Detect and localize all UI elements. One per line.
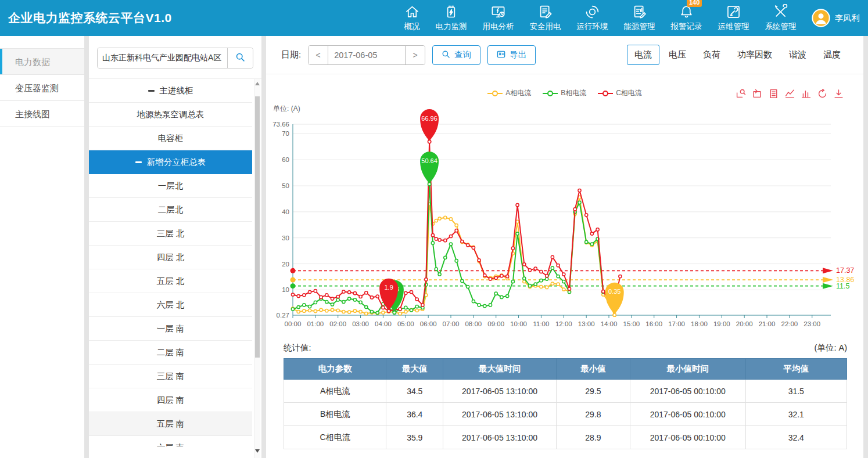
bar-type-icon[interactable] (801, 89, 811, 101)
tree-scrollbar-thumb[interactable] (255, 96, 260, 358)
legend-marker-icon (543, 90, 558, 97)
restore-icon[interactable] (817, 89, 827, 101)
tree-node-9[interactable]: 六层 北 (89, 293, 252, 317)
nav-item-usage-analysis[interactable]: 用电分析 (483, 4, 514, 32)
download-icon[interactable] (834, 89, 844, 101)
legend-marker-icon (598, 90, 613, 97)
tree-node-label: 六层 南 (157, 442, 185, 447)
tab-功率因数[interactable]: 功率因数 (730, 45, 780, 65)
stats-table: 电力参数最大值最大值时间最小值最小值时间平均值A相电流34.52017-06-0… (284, 358, 847, 449)
export-button[interactable]: 导出 (487, 45, 536, 65)
tree-node-14[interactable]: 五层 南 (89, 412, 252, 436)
sidebar-item-2[interactable]: 主接线图 (0, 101, 84, 127)
tree-node-15[interactable]: 六层 南 (89, 436, 252, 446)
line-type-icon[interactable] (785, 89, 795, 101)
svg-text:20:00: 20:00 (736, 320, 753, 327)
battery-bolt-icon (443, 4, 459, 20)
svg-text:73.66: 73.66 (272, 121, 289, 128)
nav-item-environment[interactable]: 运行环境 (577, 4, 608, 32)
data-view-icon[interactable] (769, 89, 779, 101)
collapse-minus-icon[interactable] (135, 161, 142, 163)
tree-node-0[interactable]: 主进线柜 (89, 79, 252, 103)
tree-node-6[interactable]: 三层 北 (89, 222, 252, 246)
app-title: 企业电力监控系统云平台V1.0 (8, 10, 172, 26)
monitor-bolt-icon (490, 4, 506, 20)
tree-node-label: 一层北 (158, 181, 184, 192)
svg-text:06:00: 06:00 (420, 320, 437, 327)
svg-text:1.9: 1.9 (385, 284, 393, 291)
svg-text:15:00: 15:00 (623, 320, 640, 327)
stats-cell: B相电流 (284, 403, 386, 426)
svg-text:单位: (A): 单位: (A) (273, 104, 300, 113)
legend-item-C相电流[interactable]: C相电流 (598, 88, 642, 98)
svg-text:50: 50 (282, 182, 289, 189)
next-day-button[interactable]: > (405, 46, 425, 64)
zoom-reset-icon[interactable] (752, 89, 762, 101)
tree-node-12[interactable]: 三层 南 (89, 365, 252, 388)
tree-node-label: 地源热泵空调总表 (137, 109, 205, 120)
nav-item-safe-power[interactable]: 安全用电 (530, 4, 561, 32)
area-zoom-icon[interactable] (736, 89, 746, 101)
date-input[interactable] (328, 46, 405, 64)
tab-温度[interactable]: 温度 (816, 45, 848, 65)
date-label: 日期: (281, 49, 301, 60)
search-button[interactable] (227, 48, 253, 68)
stats-cell: 34.5 (386, 380, 443, 403)
svg-text:0.35: 0.35 (608, 288, 620, 295)
svg-text:07:00: 07:00 (443, 320, 460, 327)
tab-电流[interactable]: 电流 (627, 45, 659, 65)
nav-item-label: 概况 (404, 21, 420, 32)
svg-text:02:00: 02:00 (329, 320, 346, 327)
stats-row-2: C相电流35.92017-06-05 13:10:0028.92017-06-0… (284, 426, 847, 449)
collapse-minus-icon[interactable] (148, 90, 155, 92)
legend-item-A相电流[interactable]: A相电流 (487, 88, 531, 98)
stats-cell: 29.8 (556, 403, 630, 426)
tree-scrollbar[interactable] (254, 79, 260, 458)
tab-谐波[interactable]: 谐波 (781, 45, 814, 65)
station-search-input[interactable] (98, 48, 227, 68)
tree-node-7[interactable]: 四层 北 (89, 246, 252, 269)
legend-item-B相电流[interactable]: B相电流 (543, 88, 586, 98)
prev-day-button[interactable]: < (309, 46, 328, 64)
sidebar-item-1[interactable]: 变压器监测 (0, 75, 84, 101)
sidebar-item-0[interactable]: 电力数据 (0, 49, 84, 75)
nav-item-label: 安全用电 (530, 21, 561, 32)
nav-item-overview[interactable]: 概况 (404, 4, 420, 32)
stats-cell: A相电流 (284, 380, 386, 403)
user-menu[interactable]: 李凤利 (812, 9, 860, 27)
tree-node-8[interactable]: 五层 北 (89, 269, 252, 293)
stats-header-cell: 最小值 (556, 359, 630, 380)
tree-node-11[interactable]: 二层 南 (89, 341, 252, 365)
svg-text:60: 60 (282, 156, 289, 163)
query-button-label: 查询 (454, 49, 471, 60)
nav-item-system-mgmt[interactable]: 系统管理 (765, 4, 797, 32)
tree-node-3[interactable]: 新增分立柜总表 (89, 150, 252, 174)
scroll-down-arrow[interactable] (254, 448, 260, 455)
toolbar: 日期: < > 查询 导出 电流电压负荷功率因数谐波温度 (266, 36, 863, 74)
nav-item-label: 报警记录 (671, 21, 702, 32)
date-stepper: < > (308, 45, 425, 65)
tab-负荷[interactable]: 负荷 (695, 45, 728, 65)
tree-node-4[interactable]: 一层北 (89, 174, 252, 198)
scroll-up-arrow[interactable] (254, 80, 260, 87)
stats-header-cell: 电力参数 (284, 359, 386, 380)
nav-item-ops-mgmt[interactable]: 运维管理 (718, 4, 749, 32)
nav-item-energy-mgmt[interactable]: 能源管理 (624, 4, 655, 32)
tree-node-label: 二层北 (158, 204, 184, 215)
nav-item-alarm-log[interactable]: 140 报警记录 (671, 4, 702, 32)
stats-title: 统计值: (284, 342, 311, 354)
tree-node-label: 二层 南 (157, 347, 185, 358)
svg-text:12:00: 12:00 (555, 320, 572, 327)
user-name: 李凤利 (835, 13, 860, 24)
crossed-tools-icon (773, 4, 788, 20)
export-button-label: 导出 (510, 49, 526, 60)
tree-node-10[interactable]: 一层 南 (89, 317, 252, 341)
nav-item-power-monitor[interactable]: 电力监测 (436, 4, 467, 32)
tree-node-13[interactable]: 四层 南 (89, 388, 252, 412)
legend-marker-icon (487, 90, 503, 97)
tab-电压[interactable]: 电压 (661, 45, 694, 65)
tree-node-1[interactable]: 地源热泵空调总表 (89, 103, 252, 127)
tree-node-5[interactable]: 二层北 (89, 198, 252, 222)
query-button[interactable]: 查询 (432, 45, 480, 65)
tree-node-2[interactable]: 电容柜 (89, 127, 252, 150)
